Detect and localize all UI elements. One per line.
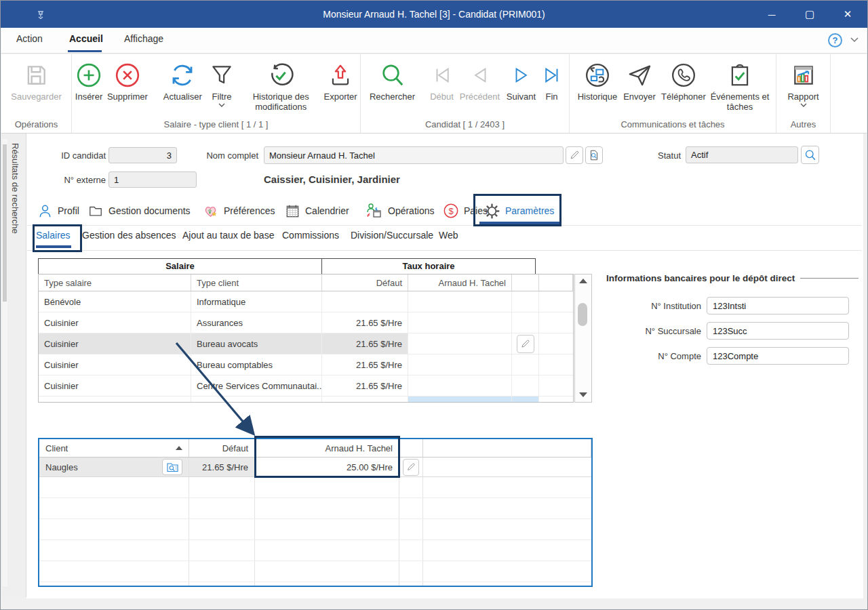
scrollbar-thumb[interactable] — [578, 303, 587, 326]
send-button[interactable]: Envoyer — [620, 58, 658, 102]
circle-x-icon — [114, 60, 141, 91]
save-button[interactable]: Sauvegarder — [11, 58, 61, 102]
modification-history-button[interactable]: Historique des modifications — [241, 58, 321, 112]
ribbon: Sauvegarder Opérations Insérer Supprimer — [1, 54, 867, 134]
delete-button[interactable]: Supprimer — [106, 58, 149, 102]
empty-row — [39, 477, 591, 498]
search-button[interactable]: Rechercher — [366, 58, 419, 102]
circle-plus-icon — [75, 60, 102, 91]
quick-access-icon[interactable] — [36, 8, 45, 19]
events-tasks-button[interactable]: Événements et tâches — [709, 58, 771, 112]
table-row[interactable]: Cuisinier Bureau comptables 21.65 $/Hre — [39, 354, 573, 375]
close-button[interactable]: ✕ — [840, 8, 855, 20]
client-row-naugles[interactable]: Naugles 21.65 $/Hre 25.00 $/Hre — [39, 458, 591, 477]
active-menu-underline — [68, 50, 102, 52]
subtab-web[interactable]: Web — [439, 230, 458, 241]
sidebar-scrollbar-thumb[interactable] — [3, 144, 7, 302]
preview-name-button[interactable] — [585, 146, 603, 164]
empty-row — [39, 519, 591, 540]
filter-button[interactable]: Filtre — [207, 58, 237, 107]
edit-rate-button[interactable] — [517, 335, 534, 353]
tabs-divider — [27, 225, 861, 226]
tab-calendrier[interactable]: Calendrier — [285, 199, 349, 223]
subtabs-divider — [27, 250, 861, 251]
tab-paies[interactable]: $ Paies — [443, 199, 488, 223]
table-row[interactable]: Cuisinier Commercial 21.65 $/Hre 16.00 $… — [39, 396, 573, 403]
succursale-row: N° Succursale — [601, 322, 849, 340]
tab-operations[interactable]: Opérations — [366, 199, 434, 223]
client-rate-table: Client Défaut Arnaud H. Tachel Naugles 2… — [38, 438, 593, 587]
magnifier-green-icon — [379, 60, 406, 91]
help-icon[interactable]: ? — [828, 33, 842, 47]
succursale-label: N° Succursale — [601, 326, 701, 336]
id-candidat-field[interactable]: 3 — [108, 147, 177, 163]
history-button[interactable]: Historique — [574, 58, 620, 102]
tab-parametres[interactable]: Paramètres — [484, 199, 554, 223]
person-icon — [37, 203, 53, 219]
column-header-type-client[interactable]: Type client — [191, 274, 322, 291]
pencil-icon — [519, 338, 531, 350]
subtab-commissions[interactable]: Commissions — [282, 230, 339, 241]
insert-button[interactable]: Insérer — [72, 58, 106, 102]
institution-input[interactable] — [707, 297, 849, 314]
edit-name-button[interactable] — [566, 146, 583, 164]
sidebar-scrollbar[interactable] — [2, 139, 7, 586]
edit-client-rate-button[interactable] — [403, 459, 419, 476]
column-header-tachel[interactable]: Arnaud H. Tachel — [255, 439, 399, 457]
sort-ascending-icon — [176, 446, 182, 450]
succursale-input[interactable] — [707, 322, 849, 340]
nav-next-icon — [511, 60, 532, 91]
column-header-defaut[interactable]: Défaut — [322, 274, 408, 291]
open-client-button[interactable] — [162, 459, 182, 475]
subtab-ajout-taux-base[interactable]: Ajout au taux de base — [182, 230, 274, 241]
paper-plane-icon — [626, 60, 653, 91]
dollar-circle-icon: $ — [443, 203, 459, 219]
subtab-gestion-absences[interactable]: Gestion des absences — [82, 230, 176, 241]
nom-complet-field[interactable]: Monsieur Arnaud H. Tachel — [264, 146, 564, 164]
last-button[interactable]: Fin — [540, 58, 564, 102]
report-button[interactable]: Rapport — [783, 58, 825, 107]
subtab-division-succursale[interactable]: Division/Succursale — [351, 230, 433, 241]
pencil-icon — [568, 149, 580, 161]
compte-input[interactable] — [707, 347, 849, 365]
table-row[interactable]: Cuisinier Centre Services Communautai...… — [39, 375, 573, 396]
table-row-selected[interactable]: Cuisinier Bureau avocats 21.65 $/Hre — [39, 333, 573, 354]
tab-profil[interactable]: Profil — [37, 199, 79, 223]
tab-preferences[interactable]: Préférences — [202, 199, 275, 223]
menu-action[interactable]: Action — [16, 33, 43, 44]
column-header-tachel[interactable]: Arnaud H. Tachel — [408, 274, 512, 291]
scroll-up-icon[interactable] — [579, 279, 587, 283]
n-externe-field[interactable]: 1 — [108, 171, 197, 188]
minimize-button[interactable]: ─ — [764, 9, 779, 20]
tab-gestion-documents[interactable]: Gestion documents — [87, 199, 191, 223]
subtab-salaires[interactable]: Salaires — [36, 230, 71, 241]
statut-search-button[interactable] — [801, 146, 819, 164]
export-button[interactable]: Exporter — [321, 58, 360, 102]
previous-button[interactable]: Précédent — [457, 58, 503, 102]
first-button[interactable]: Début — [427, 58, 457, 102]
magnifier-icon — [804, 148, 817, 162]
search-results-sidebar[interactable]: Résultats de recherche — [1, 134, 26, 597]
statut-field[interactable]: Actif — [686, 146, 798, 163]
refresh-button[interactable]: Actualiser — [159, 58, 207, 102]
next-button[interactable]: Suivant — [503, 58, 540, 102]
ribbon-collapse-icon[interactable] — [850, 37, 859, 43]
sidebar-label: Résultats de recherche — [10, 143, 20, 234]
maximize-button[interactable]: ▢ — [802, 8, 817, 20]
menu-accueil[interactable]: Accueil — [69, 33, 103, 44]
menu-bar: Action Accueil Affichage ? — [1, 28, 867, 54]
column-header-defaut[interactable]: Défaut — [189, 439, 255, 457]
table-row[interactable]: Cuisinier Assurances 21.65 $/Hre — [39, 312, 573, 333]
phone-button[interactable]: Téléphoner — [658, 58, 709, 102]
empty-row — [39, 540, 591, 561]
salary-table-scrollbar[interactable] — [574, 274, 592, 403]
n-externe-label: N° externe — [38, 175, 106, 185]
table-row[interactable]: Bénévole Informatique — [39, 291, 573, 312]
funnel-icon — [209, 60, 235, 91]
group-label-autres: Autres — [776, 119, 830, 129]
column-header-type-salaire[interactable]: Type salaire — [39, 274, 191, 291]
group-label-candidat: Candidat [ 1 / 2403 ] — [361, 119, 569, 129]
menu-affichage[interactable]: Affichage — [124, 33, 163, 44]
scroll-down-icon[interactable] — [579, 392, 587, 397]
column-header-client[interactable]: Client — [39, 439, 189, 457]
